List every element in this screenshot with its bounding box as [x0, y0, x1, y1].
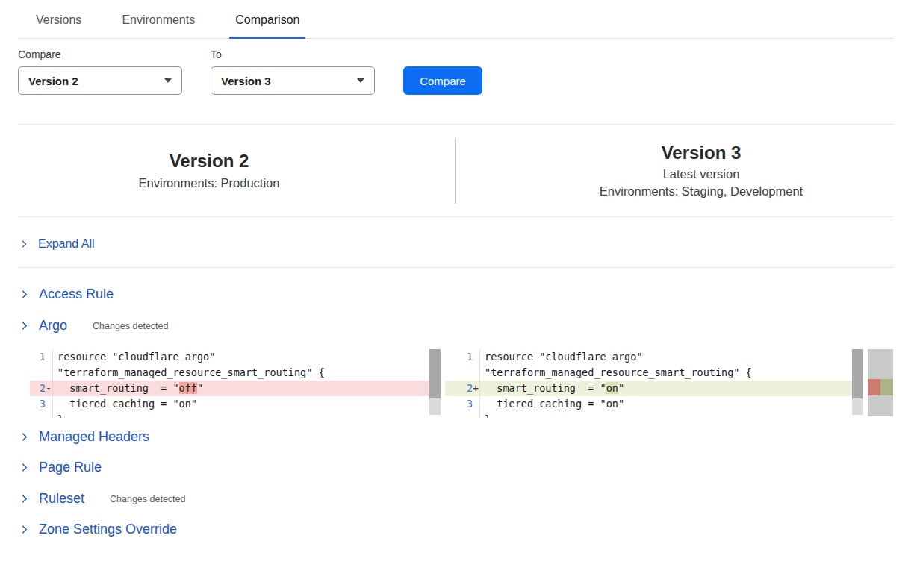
expand-all-button[interactable]: Expand All [18, 217, 893, 268]
expand-all-label: Expand All [38, 237, 95, 251]
diff-line-clipped: } [445, 412, 863, 418]
compare-controls: Compare Version 2 To Version 3 Compare [18, 49, 893, 95]
removed-word-highlight: off [179, 382, 197, 394]
code-text: } [53, 412, 63, 418]
section-zone-settings-override[interactable]: Zone Settings Override [18, 522, 893, 537]
minimap-added-block [880, 379, 893, 395]
tab-comparison[interactable]: Comparison [229, 13, 305, 38]
diff-right-editor: 1 resource "cloudflare_argo" "terraform_… [445, 349, 863, 418]
section-label: Managed Headers [39, 429, 149, 445]
left-editor-scrollbar[interactable] [429, 349, 441, 415]
compare-to-value: Version 3 [221, 75, 271, 87]
compare-to-label: To [211, 49, 375, 60]
compare-from-select[interactable]: Version 2 [18, 66, 182, 95]
line-number: 1 [467, 349, 473, 365]
line-number: 2 [40, 381, 46, 396]
compare-from-value: Version 2 [28, 75, 78, 87]
tab-environments[interactable]: Environments [116, 13, 201, 38]
section-label: Access Rule [39, 287, 114, 302]
chevron-right-icon[interactable] [19, 525, 29, 534]
code-text: tiered_caching = "on" [53, 396, 197, 412]
dropdown-caret-icon [164, 78, 172, 83]
code-text: resource "cloudflare_argo" [53, 349, 215, 365]
diff-line: 3 tiered_caching = "on" [445, 396, 863, 412]
code-text: resource "cloudflare_argo" [480, 349, 642, 365]
left-version-title: Version 2 [18, 151, 400, 172]
chevron-right-icon[interactable] [19, 240, 28, 248]
section-label: Page Rule [39, 460, 102, 475]
diff-line-wrap: "terraform_managed_resource_smart_routin… [30, 365, 441, 381]
right-version-title: Version 3 [510, 143, 892, 163]
scrollbar-thumb[interactable] [852, 349, 863, 398]
code-text: } [480, 412, 491, 418]
vertical-divider [455, 138, 456, 204]
section-label: Zone Settings Override [39, 522, 177, 537]
right-version-environments: Environments: Staging, Development [510, 184, 892, 198]
code-text: "terraform_managed_resource_smart_routin… [480, 365, 752, 381]
added-marker: + [473, 381, 479, 396]
line-number: 2 [467, 381, 473, 396]
diff-line-removed: 2- smart_routing = "off" [30, 381, 441, 396]
line-number: 3 [467, 396, 473, 412]
comparison-page: Versions Environments Comparison Compare… [0, 0, 914, 537]
chevron-right-icon[interactable] [19, 290, 29, 299]
chevron-right-icon[interactable] [19, 321, 29, 331]
version-header-panels: Version 2 Environments: Production Versi… [18, 125, 893, 217]
chevron-right-icon[interactable] [19, 432, 29, 442]
diff-left-editor: 1 resource "cloudflare_argo" "terraform_… [30, 349, 441, 418]
chevron-right-icon[interactable] [19, 463, 29, 472]
dropdown-caret-icon [357, 78, 364, 83]
tab-versions[interactable]: Versions [30, 13, 87, 38]
minimap-removed-block [868, 379, 880, 395]
section-label: Argo [39, 318, 67, 334]
added-word-highlight: on [606, 382, 618, 394]
scrollbar-thumb[interactable] [429, 349, 441, 398]
left-version-panel: Version 2 Environments: Production [18, 151, 400, 190]
line-number: 3 [40, 396, 46, 412]
compare-from-field: Compare Version 2 [18, 49, 182, 95]
right-editor-scrollbar[interactable] [852, 349, 863, 415]
argo-diff: 1 resource "cloudflare_argo" "terraform_… [30, 349, 893, 418]
code-text: tiered_caching = "on" [480, 396, 624, 412]
compare-to-field: To Version 3 [211, 49, 375, 95]
section-argo[interactable]: Argo Changes detected [18, 318, 893, 334]
changes-detected-badge: Changes detected [93, 321, 168, 331]
code-text: smart_routing = "on" [480, 381, 624, 396]
section-label: Ruleset [39, 491, 84, 507]
line-number: 1 [40, 349, 46, 365]
compare-from-label: Compare [18, 49, 182, 60]
compare-button[interactable]: Compare [403, 66, 482, 95]
code-text: smart_routing = "off" [53, 381, 203, 396]
code-text: "terraform_managed_resource_smart_routin… [53, 365, 325, 381]
left-version-environments: Environments: Production [18, 176, 400, 190]
changes-detected-badge: Changes detected [110, 494, 185, 504]
diff-line-added: 2+ smart_routing = "on" [445, 381, 863, 396]
section-page-rule[interactable]: Page Rule [18, 460, 893, 475]
diff-line: 3 tiered_caching = "on" [30, 396, 441, 412]
diff-line-wrap: "terraform_managed_resource_smart_routin… [445, 365, 863, 381]
diff-line: 1 resource "cloudflare_argo" [445, 349, 863, 365]
tab-bar: Versions Environments Comparison [18, 0, 893, 39]
section-ruleset[interactable]: Ruleset Changes detected [18, 491, 893, 507]
section-managed-headers[interactable]: Managed Headers [18, 429, 893, 445]
diff-line: 1 resource "cloudflare_argo" [30, 349, 441, 365]
removed-marker: - [46, 381, 52, 396]
diff-overview-minimap[interactable] [868, 349, 893, 416]
chevron-right-icon[interactable] [19, 494, 29, 504]
diff-line-clipped: } [30, 412, 441, 418]
right-version-subtitle: Latest version [510, 167, 892, 181]
right-version-panel: Version 3 Latest version Environments: S… [510, 143, 892, 198]
section-access-rule[interactable]: Access Rule [18, 287, 893, 302]
compare-to-select[interactable]: Version 3 [211, 66, 375, 95]
